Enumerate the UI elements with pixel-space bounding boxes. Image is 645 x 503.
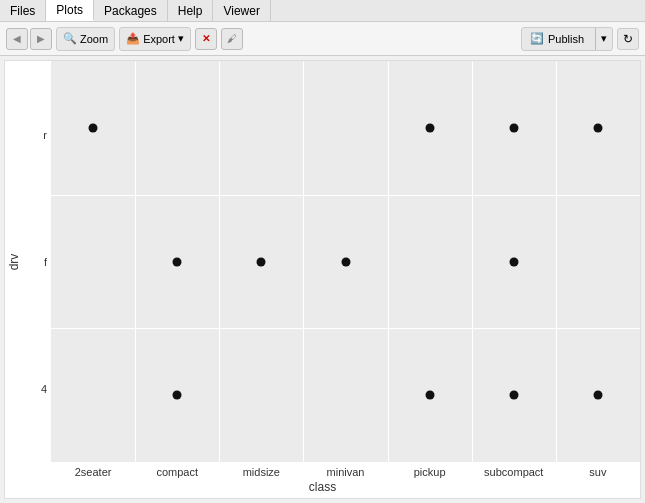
toolbar-nav: ◀ ▶ [6, 28, 52, 50]
paintbrush-button[interactable]: 🖌 [221, 28, 243, 50]
publish-label: Publish [548, 33, 584, 45]
y-tick: r [43, 129, 47, 141]
publish-dropdown-arrow[interactable]: ▾ [595, 28, 612, 50]
grid-line-vertical [556, 61, 557, 462]
x-tick: pickup [388, 466, 472, 478]
x-tick: subcompact [472, 466, 556, 478]
forward-button[interactable]: ▶ [30, 28, 52, 50]
publish-button[interactable]: 🔄 Publish ▾ [521, 27, 613, 51]
x-ticks-row: 2seatercompactmidsizeminivanpickupsubcom… [51, 462, 640, 478]
data-dot [89, 123, 98, 132]
data-dot [509, 391, 518, 400]
tab-packages[interactable]: Packages [94, 0, 168, 21]
zoom-button[interactable]: 🔍 Zoom [56, 27, 115, 51]
clear-button[interactable]: ✕ [195, 28, 217, 50]
export-button[interactable]: 📤 Export ▾ [119, 27, 191, 51]
grid-line-vertical [388, 61, 389, 462]
tab-viewer[interactable]: Viewer [213, 0, 270, 21]
y-axis: rf4 [23, 61, 51, 462]
chevron-down-icon: ▾ [601, 32, 607, 45]
export-icon: 📤 [126, 32, 140, 45]
y-axis-label-container: drv [5, 61, 23, 462]
export-label: Export [143, 33, 175, 45]
top-tabs-bar: Files Plots Packages Help Viewer [0, 0, 645, 22]
tab-plots[interactable]: Plots [46, 0, 94, 21]
data-dot [509, 123, 518, 132]
grid-line-vertical [135, 61, 136, 462]
zoom-icon: 🔍 [63, 32, 77, 45]
grid-line-horizontal [51, 328, 640, 329]
data-dot [509, 257, 518, 266]
toolbar: ◀ ▶ 🔍 Zoom 📤 Export ▾ ✕ 🖌 🔄 Publish ▾ ↻ [0, 22, 645, 56]
data-dot [257, 257, 266, 266]
tab-help[interactable]: Help [168, 0, 214, 21]
export-dropdown-arrow: ▾ [178, 32, 184, 45]
grid-line-horizontal [51, 195, 640, 196]
data-dot [425, 391, 434, 400]
publish-icon: 🔄 [530, 32, 544, 45]
chart-area [51, 61, 640, 462]
plot-inner: drv rf4 [5, 61, 640, 462]
x-axis-area: 2seatercompactmidsizeminivanpickupsubcom… [5, 462, 640, 498]
data-dot [341, 257, 350, 266]
x-tick: minivan [303, 466, 387, 478]
grid-line-vertical [219, 61, 220, 462]
data-dot [425, 123, 434, 132]
x-tick: compact [135, 466, 219, 478]
data-dot [173, 257, 182, 266]
grid-line-vertical [472, 61, 473, 462]
data-dot [173, 391, 182, 400]
data-dot [593, 123, 602, 132]
y-tick: f [44, 256, 47, 268]
plot-container: drv rf4 2seatercompactmidsizeminivanpick… [4, 60, 641, 499]
zoom-label: Zoom [80, 33, 108, 45]
back-button[interactable]: ◀ [6, 28, 28, 50]
data-dot [593, 391, 602, 400]
grid-line-vertical [303, 61, 304, 462]
tab-files[interactable]: Files [0, 0, 46, 21]
x-tick: 2seater [51, 466, 135, 478]
y-tick: 4 [41, 383, 47, 395]
x-axis-label: class [5, 478, 640, 498]
x-tick: suv [556, 466, 640, 478]
refresh-button[interactable]: ↻ [617, 28, 639, 50]
x-tick: midsize [219, 466, 303, 478]
y-axis-label: drv [7, 253, 21, 270]
publish-main[interactable]: 🔄 Publish [522, 30, 592, 47]
